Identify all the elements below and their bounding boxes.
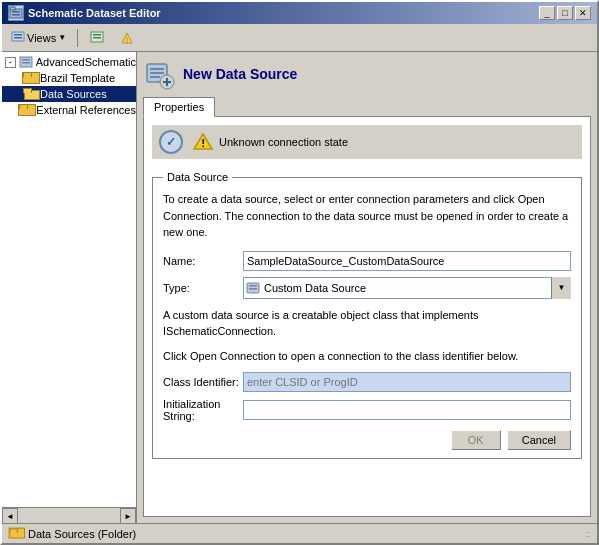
sidebar: - AdvancedSchematic [2,52,137,523]
svg-rect-28 [249,288,257,290]
warning-triangle-icon [193,132,213,150]
connection-status-icon: ✓ [159,130,183,154]
svg-rect-3 [12,14,20,16]
toolbar-icon2 [119,30,135,46]
maximize-button[interactable]: □ [557,6,573,20]
tree-item-external[interactable]: External References [2,102,136,118]
custom-desc-2: Click Open Connection to open a connecti… [163,348,571,365]
class-id-row: Class Identifier: [163,372,571,392]
panel-header: New Data Source [143,58,591,90]
tab-bar: Properties [143,96,591,116]
name-input[interactable] [243,251,571,271]
svg-rect-8 [93,34,101,36]
tree-root-label: AdvancedSchematic [36,56,136,68]
svg-rect-24 [203,139,205,144]
init-string-input[interactable] [243,400,571,420]
type-select-wrap: Custom Data Source Database ▼ [243,277,571,299]
tree-expand-root[interactable]: - [5,57,16,68]
root-icon [18,55,34,69]
main-area: - AdvancedSchematic [2,52,597,523]
fieldset-legend: Data Source [163,171,232,183]
init-string-label: Initialization String: [163,398,243,422]
svg-rect-15 [22,62,30,64]
views-label: Views [27,32,56,44]
ok-button[interactable]: OK [451,430,501,450]
type-row: Type: Custom Data Source [163,277,571,299]
views-arrow: ▼ [58,33,66,42]
status-bar-resize: :: [586,529,591,539]
title-bar: Schematic Dataset Editor _ □ ✕ [2,2,597,24]
svg-rect-14 [22,59,30,61]
svg-rect-19 [150,76,160,78]
tree-item-label-external: External References [36,104,136,116]
status-bar-text: Data Sources (Folder) [28,528,136,540]
minimize-button[interactable]: _ [539,6,555,20]
type-label: Type: [163,282,243,294]
sidebar-scrollbar[interactable]: ◄ ► [2,507,136,523]
status-row: ✓ Unknown connection state [152,125,582,159]
status-bar-folder-icon [8,527,22,541]
tree-item-label-datasources: Data Sources [40,88,107,100]
warning-icon [193,132,213,152]
toolbar-separator [77,29,78,47]
type-select[interactable]: Custom Data Source Database [243,277,571,299]
svg-rect-4 [12,32,24,41]
panel-header-icon [143,58,175,90]
datasource-fieldset: Data Source To create a data source, sel… [152,171,582,459]
svg-rect-2 [12,11,20,13]
title-bar-left: Schematic Dataset Editor [8,5,161,21]
tree-item-datasources[interactable]: Data Sources [2,86,136,102]
svg-rect-1 [10,7,15,10]
svg-rect-9 [93,37,101,39]
tree-item-label-brazil: Brazil Template [40,72,115,84]
status-text: Unknown connection state [219,136,348,148]
name-row: Name: [163,251,571,271]
scroll-right-btn[interactable]: ► [120,508,136,523]
views-icon [11,31,25,45]
select-arrow-icon: ▼ [551,277,571,299]
folder-icon-external [18,103,34,117]
class-id-label: Class Identifier: [163,376,243,388]
views-button[interactable]: Views ▼ [6,28,71,48]
svg-rect-25 [203,146,205,148]
main-window: Schematic Dataset Editor _ □ ✕ Views ▼ [0,0,599,545]
select-db-icon [246,281,260,295]
folder-icon-datasources [22,87,38,101]
cancel-button[interactable]: Cancel [507,430,571,450]
right-panel: New Data Source Properties ✓ [137,52,597,523]
svg-rect-17 [150,68,164,70]
svg-rect-27 [249,285,257,287]
init-string-row: Initialization String: [163,398,571,422]
tree-item-brazil[interactable]: Brazil Template [2,70,136,86]
tab-properties[interactable]: Properties [143,97,215,117]
name-label: Name: [163,255,243,267]
tree-view[interactable]: - AdvancedSchematic [2,52,136,507]
new-datasource-icon [143,58,175,90]
svg-rect-11 [127,37,128,41]
app-icon [8,5,24,21]
svg-rect-12 [127,41,128,43]
db-icon-small [246,282,260,294]
svg-rect-22 [163,81,171,83]
folder-icon-brazil [22,71,38,85]
panel-title: New Data Source [183,66,297,82]
status-bar: Data Sources (Folder) :: [2,523,597,543]
toolbar-action-btn1[interactable] [84,27,110,49]
class-id-input[interactable] [243,372,571,392]
svg-rect-6 [14,37,22,39]
close-button[interactable]: ✕ [575,6,591,20]
toolbar-action-btn2[interactable] [114,27,140,49]
fieldset-description: To create a data source, select or enter… [163,191,571,241]
toolbar-icon1 [89,30,105,46]
scroll-left-btn[interactable]: ◄ [2,508,18,523]
custom-desc-1: A custom data source is a creatable obje… [163,307,571,340]
svg-rect-5 [14,34,22,36]
scroll-track [18,508,120,523]
content-panel: ✓ Unknown connection state Data Source [143,116,591,517]
svg-rect-18 [150,72,164,74]
title-buttons: _ □ ✕ [539,6,591,20]
window-title: Schematic Dataset Editor [28,7,161,19]
button-row: OK Cancel [163,430,571,450]
database-icon [18,55,34,69]
tree-root[interactable]: - AdvancedSchematic [2,54,136,70]
